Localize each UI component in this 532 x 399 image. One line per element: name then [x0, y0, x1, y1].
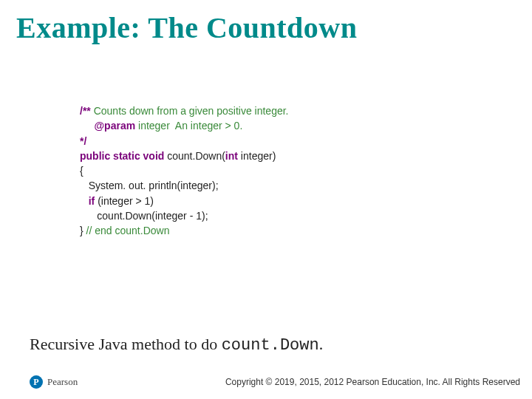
- publisher-name: Pearson: [47, 376, 78, 388]
- slide: Example: The Countdown /** Counts down f…: [0, 0, 532, 399]
- caption: Recursive Java method to do count.Down.: [30, 335, 323, 355]
- code-token: // end count.Down: [86, 225, 170, 236]
- code-token: if: [89, 195, 98, 207]
- code-token: integer An integer > 0.: [135, 120, 242, 132]
- code-token: public static void: [80, 150, 167, 162]
- code-token: @param: [94, 120, 135, 132]
- caption-prefix: Recursive Java method to do: [30, 335, 222, 353]
- code-token: System. out. println(integer);: [80, 180, 219, 191]
- caption-suffix: .: [319, 335, 324, 353]
- code-token: {: [80, 165, 83, 177]
- code-token: count.Down(: [167, 150, 225, 162]
- publisher-logo: P Pearson: [30, 375, 78, 389]
- code-token: [80, 195, 89, 207]
- code-token: Counts down from a given positive intege…: [94, 105, 289, 117]
- copyright-footer: Copyright © 2019, 2015, 2012 Pearson Edu…: [225, 377, 520, 387]
- code-token: */: [80, 135, 86, 147]
- code-token: }: [80, 225, 86, 236]
- code-token: int: [225, 150, 241, 162]
- code-block: /** Counts down from a given positive in…: [80, 103, 464, 239]
- code-token: (integer > 1): [98, 195, 154, 207]
- caption-mono: count.Down: [222, 336, 319, 355]
- code-token: integer): [241, 150, 276, 162]
- code-token: /**: [80, 105, 94, 117]
- pearson-mark-icon: P: [30, 375, 43, 389]
- code-token: [80, 120, 94, 132]
- code-token: count.Down(integer - 1);: [80, 210, 208, 222]
- slide-title: Example: The Countdown: [16, 10, 357, 45]
